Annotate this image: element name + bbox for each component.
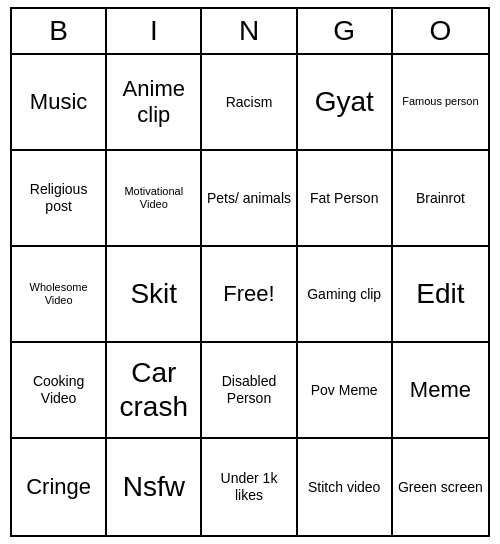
bingo-cell-24: Green screen	[393, 439, 488, 535]
bingo-cell-0: Music	[12, 55, 107, 151]
bingo-cell-9: Brainrot	[393, 151, 488, 247]
bingo-cell-14: Edit	[393, 247, 488, 343]
bingo-cell-10: Wholesome Video	[12, 247, 107, 343]
bingo-cell-3: Gyat	[298, 55, 393, 151]
bingo-cell-20: Cringe	[12, 439, 107, 535]
header-letter-G: G	[298, 9, 393, 53]
bingo-cell-2: Racism	[202, 55, 297, 151]
bingo-cell-21: Nsfw	[107, 439, 202, 535]
header-letter-B: B	[12, 9, 107, 53]
bingo-cell-11: Skit	[107, 247, 202, 343]
header-letter-O: O	[393, 9, 488, 53]
header-letter-N: N	[202, 9, 297, 53]
bingo-cell-13: Gaming clip	[298, 247, 393, 343]
bingo-cell-18: Pov Meme	[298, 343, 393, 439]
bingo-cell-5: Religious post	[12, 151, 107, 247]
bingo-cell-17: Disabled Person	[202, 343, 297, 439]
bingo-cell-22: Under 1k likes	[202, 439, 297, 535]
bingo-board: BINGO MusicAnime clipRacismGyatFamous pe…	[10, 7, 490, 537]
bingo-cell-19: Meme	[393, 343, 488, 439]
bingo-cell-4: Famous person	[393, 55, 488, 151]
bingo-cell-12: Free!	[202, 247, 297, 343]
bingo-cell-8: Fat Person	[298, 151, 393, 247]
bingo-header: BINGO	[12, 9, 488, 55]
bingo-cell-1: Anime clip	[107, 55, 202, 151]
bingo-cell-16: Car crash	[107, 343, 202, 439]
bingo-cell-15: Cooking Video	[12, 343, 107, 439]
header-letter-I: I	[107, 9, 202, 53]
bingo-cell-6: Motivational Video	[107, 151, 202, 247]
bingo-cell-7: Pets/ animals	[202, 151, 297, 247]
bingo-cell-23: Stitch video	[298, 439, 393, 535]
bingo-grid: MusicAnime clipRacismGyatFamous personRe…	[12, 55, 488, 535]
